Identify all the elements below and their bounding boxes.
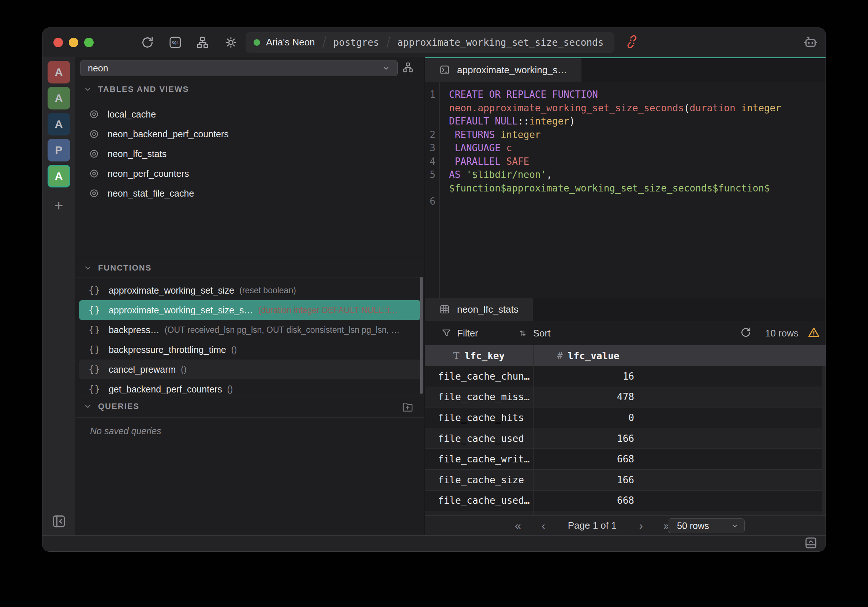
code-line: DEFAULT NULL::integer) <box>425 115 826 128</box>
prev-page-button[interactable]: ‹ <box>539 520 547 531</box>
cell-lfc-key: file_cache_hits <box>425 407 533 428</box>
page-size-select[interactable]: 50 rows <box>668 519 745 533</box>
sql-editor[interactable]: 1CREATE OR REPLACE FUNCTIONneon.approxim… <box>425 82 826 298</box>
cell-lfc-key: file_cache_used… <box>425 491 533 511</box>
table-row[interactable]: file_cache_miss…478 <box>425 387 826 408</box>
sort-button[interactable]: Sort <box>517 328 551 339</box>
cell-lfc-value: 166 <box>533 428 643 449</box>
broken-link-icon[interactable] <box>625 34 639 51</box>
refresh-icon[interactable] <box>140 34 155 51</box>
workspace-avatar[interactable]: A <box>48 61 70 84</box>
view-circles-icon <box>88 129 99 140</box>
function-item[interactable]: {}get_backend_perf_counters() <box>79 379 421 395</box>
new-query-folder-icon[interactable] <box>401 401 420 415</box>
next-page-button[interactable]: › <box>637 520 645 531</box>
function-name: approximate_working_set_size_s… <box>108 305 253 315</box>
pagination-bar: « ‹ Page 1 of 1 › » 50 rows <box>425 515 826 535</box>
results-tabbar: neon_lfc_stats <box>425 298 826 321</box>
filter-button[interactable]: Filter <box>441 328 478 339</box>
breadcrumb-connection[interactable]: Aria's Neon <box>266 37 315 48</box>
editor-tab[interactable]: approximate_working_s… <box>425 58 581 82</box>
table-row[interactable]: file_cache_size166 <box>425 470 826 491</box>
cell-lfc-key: file_cache_writ… <box>425 449 533 470</box>
cell-lfc-key: file_cache_miss… <box>425 387 533 408</box>
cell-empty <box>643 491 826 511</box>
section-functions[interactable]: FUNCTIONS <box>75 258 425 278</box>
table-grid-icon <box>439 303 451 315</box>
table-item[interactable]: neon_perf_counters <box>75 164 425 183</box>
schema-diagram-icon[interactable] <box>195 34 211 51</box>
cell-lfc-key: file_cache_chun… <box>425 366 533 387</box>
expand-panel-icon[interactable] <box>804 536 818 552</box>
workspace-rail: AAAPA + <box>42 57 75 535</box>
column-header-lfc-value[interactable]: # lfc_value <box>533 345 643 366</box>
table-item-label: local_cache <box>108 109 156 120</box>
function-item[interactable]: {}backpressure_throttling_time() <box>79 340 421 360</box>
table-row[interactable]: file_cache_used166 <box>425 428 826 449</box>
sidebar-scrollbar-thumb[interactable] <box>420 277 423 394</box>
view-circles-icon <box>88 109 99 120</box>
section-tables-and-views[interactable]: TABLES AND VIEWS <box>75 83 425 96</box>
function-item[interactable]: {}approximate_working_set_size_s…(durati… <box>79 300 421 320</box>
function-params: () <box>231 345 237 355</box>
number-type-icon: # <box>557 350 563 361</box>
workspace-avatar[interactable]: P <box>48 139 70 161</box>
editor-tab-label: approximate_working_s… <box>457 64 567 76</box>
settings-gear-icon[interactable] <box>223 34 239 51</box>
breadcrumb-database[interactable]: postgres <box>333 37 379 48</box>
table-item-label: neon_stat_file_cache <box>108 188 194 199</box>
schema-select[interactable]: neon <box>80 60 398 76</box>
table-item[interactable]: neon_stat_file_cache <box>75 183 425 203</box>
section-queries[interactable]: QUERIES <box>75 395 425 418</box>
schema-sidebar: neon TABLES AND VIEWS local_cacheneon_ba… <box>75 57 425 535</box>
results-tab-label: neon_lfc_stats <box>457 304 519 315</box>
minimize-button[interactable] <box>69 38 78 47</box>
workspace-avatar[interactable]: A <box>48 165 70 188</box>
cell-lfc-value: 0 <box>533 407 643 428</box>
refresh-results-icon[interactable] <box>739 326 752 340</box>
grid-body: file_cache_chun…16file_cache_miss…478fil… <box>425 366 826 515</box>
app-window: SQL Aria's Neon po <box>42 28 826 552</box>
function-params: (OUT received_lsn pg_lsn, OUT disk_consi… <box>165 325 400 335</box>
cell-empty <box>643 366 826 387</box>
column-header-lfc-key[interactable]: T lfc_key <box>425 345 533 366</box>
first-page-button[interactable]: « <box>513 520 523 531</box>
cell-empty <box>643 449 826 470</box>
function-item[interactable]: {}cancel_prewarm() <box>79 360 421 379</box>
line-number: 6 <box>425 195 440 208</box>
collapse-sidebar-icon[interactable] <box>51 513 67 531</box>
function-name: backpressure_throttling_time <box>108 345 226 355</box>
table-row[interactable]: file_cache_used…668 <box>425 491 826 511</box>
grid-scrollbar-track[interactable] <box>822 366 826 515</box>
sql-console-icon[interactable]: SQL <box>167 34 183 51</box>
workspace-avatar[interactable]: A <box>48 113 70 135</box>
results-tab[interactable]: neon_lfc_stats <box>425 298 533 321</box>
warning-icon[interactable] <box>807 326 820 340</box>
table-item[interactable]: neon_lfc_stats <box>75 144 425 164</box>
table-item[interactable]: neon_backend_perf_counters <box>75 124 425 144</box>
schema-tree-icon[interactable] <box>402 61 415 75</box>
function-item[interactable]: {}approximate_working_set_size(reset boo… <box>79 281 421 300</box>
table-row[interactable]: file_cache_chun…16 <box>425 366 826 387</box>
code-line: 3 LANGUAGE c <box>425 141 826 155</box>
workspace-avatar[interactable]: A <box>48 87 70 109</box>
schema-select-value: neon <box>88 63 381 74</box>
ai-assistant-robot-icon[interactable] <box>802 33 819 51</box>
table-row[interactable]: file_cache_hits0 <box>425 407 826 428</box>
cell-empty <box>643 407 826 428</box>
connection-status-dot <box>254 39 260 46</box>
function-item[interactable]: {}backpress…(OUT received_lsn pg_lsn, OU… <box>79 320 421 340</box>
breadcrumb-entity[interactable]: approximate_working_set_size_seconds <box>397 37 604 48</box>
close-button[interactable] <box>53 38 63 47</box>
maximize-button[interactable] <box>84 38 94 47</box>
page-label: Page 1 of 1 <box>568 520 617 531</box>
table-item[interactable]: local_cache <box>75 104 425 124</box>
chevron-down-icon <box>84 402 92 411</box>
table-row[interactable]: file_cache_writ…668 <box>425 449 826 470</box>
cell-lfc-value: 166 <box>533 470 643 491</box>
code-text: DEFAULT NULL::integer) <box>440 115 575 128</box>
add-workspace-button[interactable]: + <box>48 197 70 215</box>
view-circles-icon <box>88 188 99 199</box>
column-header-empty <box>643 345 826 366</box>
breadcrumb: Aria's Neon postgres approximate_working… <box>246 32 614 53</box>
